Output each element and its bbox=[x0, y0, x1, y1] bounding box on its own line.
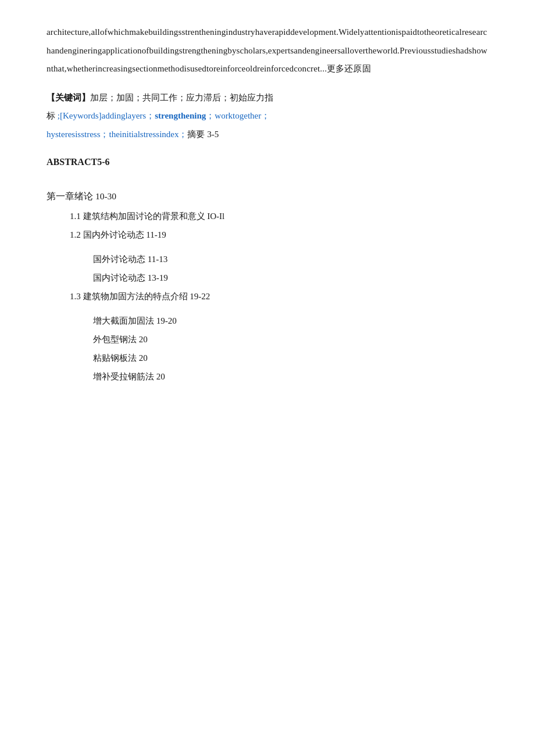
toc-section-1-2: 1.2 国内外讨论动态 11-19 bbox=[70, 226, 488, 243]
toc-method-4: 增补受拉钢筋法 20 bbox=[93, 368, 488, 385]
summary-ref: 摘要 3-5 bbox=[187, 130, 219, 139]
keywords-chinese: 加层；加固；共同工作；应力滞后；初始应力指 bbox=[90, 93, 273, 102]
toc-method-2: 外包型钢法 20 bbox=[93, 331, 488, 348]
toc-section-1-3: 1.3 建筑物加固方法的特点介绍 19-22 bbox=[70, 288, 488, 305]
keywords-english-cont: hysteresisstress；theinitialstressindex； bbox=[47, 130, 187, 139]
keywords-label: 【关键词】 bbox=[47, 93, 90, 102]
keywords-block: 【关键词】加层；加固；共同工作；应力滞后；初始应力指 标 ;[Keywords]… bbox=[47, 89, 488, 144]
abstract-en-heading: ABSTRACT5-6 bbox=[47, 154, 488, 171]
keywords-chinese-cont: 标 bbox=[47, 111, 55, 120]
toc-method-3: 粘贴钢板法 20 bbox=[93, 349, 488, 367]
abstract-body: architecture,allofwhichmakebuildingsstre… bbox=[47, 23, 488, 78]
toc-subsection-foreign: 国外讨论动态 11-13 bbox=[93, 250, 488, 268]
toc-chapter1: 第一章绪论 10-30 bbox=[47, 187, 488, 205]
toc-section-1-1: 1.1 建筑结构加固讨论的背景和意义 IO-Il bbox=[70, 207, 488, 225]
keywords-english-label: ;[Keywords]addinglayers；strengthening；wo… bbox=[55, 111, 270, 120]
toc-method-1: 增大截面加固法 19-20 bbox=[93, 312, 488, 329]
page-container: architecture,allofwhichmakebuildingsstre… bbox=[0, 0, 535, 756]
toc-section: 第一章绪论 10-30 1.1 建筑结构加固讨论的背景和意义 IO-Il 1.2… bbox=[47, 187, 488, 385]
toc-subsection-domestic: 国内讨论动态 13-19 bbox=[93, 269, 488, 286]
